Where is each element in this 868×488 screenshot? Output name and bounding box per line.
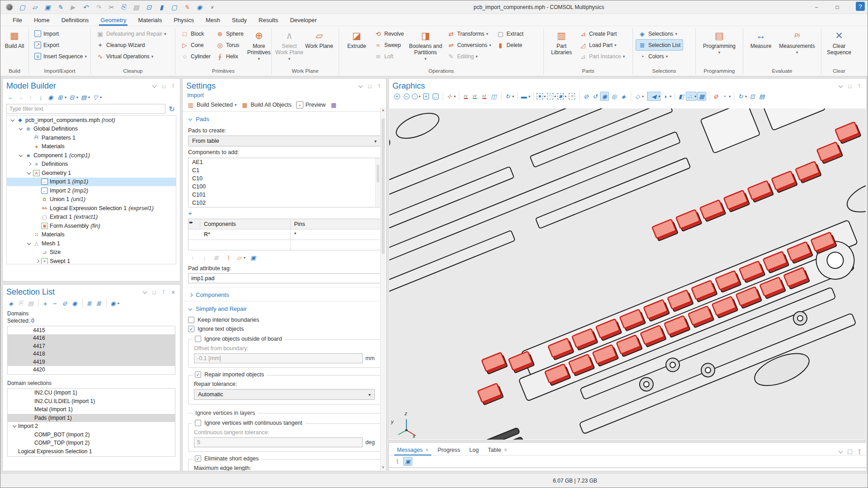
highlight-icon[interactable] — [181, 2, 192, 12]
redo-icon[interactable] — [93, 2, 104, 12]
domain-item[interactable]: 4418 — [8, 350, 175, 358]
copy-selection-icon[interactable] — [16, 299, 25, 308]
hide-labels-icon[interactable] — [709, 92, 720, 101]
tree-expander-icon[interactable] — [28, 440, 34, 446]
build-all-objects-button[interactable]: Build All Objects — [241, 101, 291, 108]
repair-imported-objects-checkbox[interactable]: Repair imported objects — [192, 371, 267, 378]
create-part-button[interactable]: Create Part — [576, 28, 627, 39]
measure-button[interactable]: Measure — [746, 28, 776, 50]
sphere-button[interactable]: Sphere — [213, 28, 246, 39]
collapse-panel-icon[interactable] — [151, 83, 157, 89]
section-simplify-repair[interactable]: Simplify and Repair — [183, 301, 386, 315]
tree-expander-icon[interactable] — [26, 135, 33, 141]
pin-panel-icon[interactable] — [170, 83, 176, 89]
maximize-button[interactable] — [827, 0, 848, 14]
repair-tolerance-select[interactable]: Automatic — [194, 389, 375, 400]
view-yz-icon[interactable] — [470, 92, 479, 101]
clean-table-icon[interactable]: ∖ — [223, 253, 232, 262]
keep-interior-boundaries-checkbox[interactable]: Keep interior boundaries — [183, 315, 386, 324]
preview-button[interactable]: Preview — [296, 101, 326, 108]
tree-expander-icon[interactable] — [34, 188, 41, 194]
tree-item[interactable]: Geometry 1 — [7, 169, 176, 178]
pin-panel-icon[interactable] — [856, 83, 863, 89]
filter-icon[interactable] — [91, 93, 102, 102]
show-icon[interactable] — [46, 93, 55, 102]
pin-panel-icon[interactable] — [856, 449, 863, 455]
tree-item[interactable]: Logical Expression Selection 1 (exprsel1… — [7, 204, 176, 213]
add-to-selection-icon[interactable] — [38, 299, 49, 308]
loft-button[interactable]: Loft — [372, 51, 406, 62]
build-selected-button[interactable]: Build Selected — [187, 101, 236, 108]
tree-expander-icon[interactable] — [26, 161, 33, 167]
menu-item[interactable]: Definitions — [56, 14, 95, 26]
duplicate-icon[interactable] — [143, 2, 154, 12]
domain-selection-item[interactable]: COMP_TOP (Import 2) — [8, 439, 175, 447]
list-scrollbar[interactable] — [375, 158, 380, 207]
component-item[interactable]: C100 — [189, 183, 380, 191]
tree-item[interactable]: pcb_import_components.mph (root) — [7, 116, 176, 125]
domain-selection-item[interactable]: IN2.CU.ILDIEL (Import 1) — [8, 397, 175, 406]
nav-forward-icon[interactable] — [16, 93, 25, 102]
tree-item[interactable]: Mesh 1 — [7, 239, 176, 248]
wireframe-icon[interactable] — [631, 92, 644, 101]
tree-item[interactable]: Definitions — [7, 160, 176, 169]
expand-all-icon[interactable] — [56, 93, 67, 102]
hide-selected-icon[interactable] — [579, 92, 590, 101]
bottom-tab[interactable]: Progress — [433, 445, 465, 455]
menu-item[interactable]: Geometry — [94, 14, 132, 26]
create-selection-icon[interactable] — [6, 299, 15, 308]
tree-expander-icon[interactable] — [9, 117, 16, 123]
find-icon[interactable] — [194, 2, 205, 12]
paste-icon[interactable] — [131, 2, 142, 12]
close-panel-icon[interactable] — [170, 289, 176, 296]
tangent-tolerance-input[interactable] — [194, 437, 363, 447]
camera-view-icon[interactable] — [489, 92, 498, 101]
booleans-partitions-button[interactable]: Booleans and Partitions — [406, 28, 444, 63]
tree-expander-icon[interactable] — [34, 258, 41, 264]
minimize-button[interactable] — [806, 0, 827, 14]
scene-light-icon[interactable] — [661, 92, 672, 101]
copy-icon[interactable] — [118, 2, 129, 12]
select-boundaries-icon[interactable] — [547, 92, 557, 101]
editing-button[interactable]: Editing — [444, 51, 494, 62]
ignore-outside-board-checkbox[interactable]: Ignore objects outside of board — [192, 336, 285, 342]
cleanup-wizard-button[interactable]: Cleanup Wizard — [94, 39, 169, 51]
color-theme-icon[interactable] — [720, 92, 731, 101]
collapse-list-icon[interactable] — [94, 299, 103, 308]
go-to-view-icon[interactable] — [443, 92, 456, 101]
float-panel-icon[interactable] — [847, 449, 853, 455]
eliminate-short-edges-checkbox[interactable]: Eliminate short edges — [192, 455, 261, 462]
tree-item[interactable]: Union 1 (uni1) — [7, 195, 176, 204]
tree-expander-icon[interactable] — [34, 178, 41, 185]
tree-item[interactable]: Form Assembly (fin) — [7, 221, 176, 230]
build-all-button[interactable]: Build All — [3, 28, 26, 50]
collapse-all-icon[interactable] — [68, 93, 79, 102]
move-row-down-icon[interactable]: ↓ — [200, 253, 209, 262]
reset-hiding-icon[interactable] — [590, 92, 599, 101]
torus-button[interactable]: Torus — [213, 39, 246, 51]
tree-item[interactable]: Import 2 (imp2) — [7, 186, 176, 195]
cut-icon[interactable] — [105, 2, 116, 12]
mesh-preview-button[interactable] — [330, 101, 340, 108]
menu-item[interactable]: Study — [226, 14, 253, 26]
bottom-tab[interactable]: Table — [483, 445, 512, 455]
activate-icon[interactable] — [70, 299, 79, 308]
row-settings-icon[interactable] — [189, 219, 200, 229]
collapse-panel-icon[interactable] — [142, 289, 148, 296]
domain-item[interactable]: 4416 — [8, 334, 175, 343]
domain-selection-item[interactable]: IN2.CU (Import 1) — [8, 389, 175, 397]
transforms-button[interactable]: Transforms — [444, 28, 494, 39]
select-domains-icon[interactable] — [533, 92, 546, 101]
float-panel-icon[interactable] — [367, 83, 373, 89]
model-tree-view-icon[interactable] — [80, 93, 90, 102]
graphics-3d-view[interactable]: y x z — [389, 108, 866, 440]
directional-light-icon[interactable] — [647, 92, 660, 101]
view-unhidden-icon[interactable] — [600, 92, 609, 101]
component-item[interactable]: C102 — [189, 199, 380, 207]
axis-triad-icon[interactable] — [686, 92, 697, 101]
load-part-button[interactable]: Load Part — [576, 39, 627, 51]
pin-panel-icon[interactable] — [376, 83, 382, 89]
insert-sequence-button[interactable]: Insert Sequence — [32, 51, 90, 62]
domain-item[interactable]: 4419 — [8, 358, 175, 366]
pin-panel-icon[interactable] — [160, 289, 167, 296]
